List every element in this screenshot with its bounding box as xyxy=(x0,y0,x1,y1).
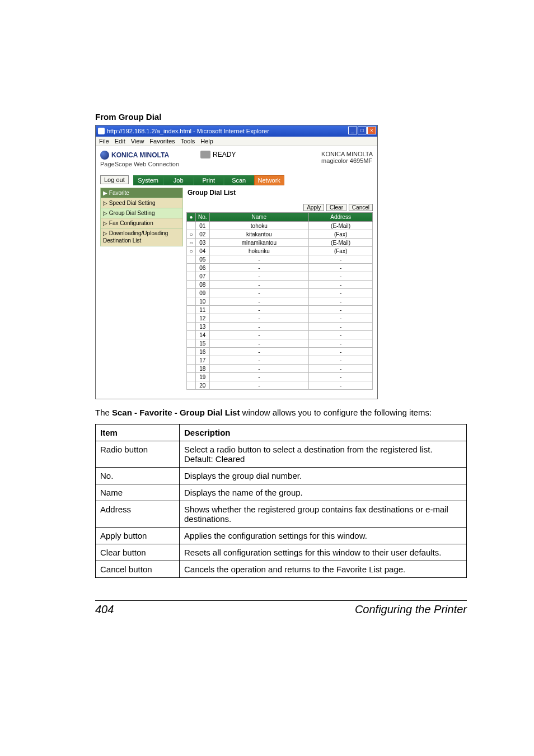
address-cell: - xyxy=(309,289,373,297)
address-cell: - xyxy=(309,323,373,331)
no-cell: 03 xyxy=(196,239,210,247)
window-title: http://192.168.1.2/a_index.html - Micros… xyxy=(107,128,269,134)
name-cell: - xyxy=(209,381,309,390)
minimize-button[interactable]: _ xyxy=(348,127,357,134)
table-row: 17-- xyxy=(187,356,373,365)
table-row: 08-- xyxy=(187,281,373,289)
radio-cell xyxy=(187,373,196,381)
th-name: Name xyxy=(209,213,309,222)
name-cell: - xyxy=(209,289,309,297)
title-bar: http://192.168.1.2/a_index.html - Micros… xyxy=(96,125,377,137)
clear-button[interactable]: Clear xyxy=(326,204,346,211)
sidebar-item-group-dial[interactable]: ▷ Group Dial Setting xyxy=(100,208,183,218)
address-cell: - xyxy=(309,348,373,356)
menu-view[interactable]: View xyxy=(131,138,144,144)
table-row: 05-- xyxy=(187,255,373,264)
no-cell: 04 xyxy=(196,247,210,255)
radio-cell[interactable]: ○ xyxy=(187,247,196,255)
radio-cell xyxy=(187,365,196,373)
cancel-button[interactable]: Cancel xyxy=(349,204,373,211)
no-cell: 18 xyxy=(196,365,210,373)
desc-row: Cancel buttonCancels the operation and r… xyxy=(96,561,467,577)
address-cell: - xyxy=(309,306,373,314)
address-cell: - xyxy=(309,373,373,381)
name-cell: tohoku xyxy=(209,222,309,230)
no-cell: 02 xyxy=(196,230,210,239)
address-cell: (E-Mail) xyxy=(309,222,373,230)
apply-button[interactable]: Apply xyxy=(303,204,324,211)
address-cell: - xyxy=(309,331,373,339)
name-cell: - xyxy=(209,264,309,272)
description-table: Item Description Radio buttonSelect a ra… xyxy=(95,424,467,578)
desc-description: Applies the configuration settings for t… xyxy=(180,527,467,544)
address-cell: - xyxy=(309,272,373,281)
desc-row: AddressShows whether the registered grou… xyxy=(96,501,467,527)
sidebar-item-speed-dial[interactable]: ▷ Speed Dial Setting xyxy=(100,198,183,208)
radio-cell xyxy=(187,272,196,281)
no-cell: 10 xyxy=(196,297,210,306)
address-cell: - xyxy=(309,297,373,306)
no-cell: 11 xyxy=(196,306,210,314)
th-radio: ● xyxy=(187,213,196,222)
menu-tools[interactable]: Tools xyxy=(181,138,195,144)
menu-bar: File Edit View Favorites Tools Help xyxy=(96,137,377,146)
tab-network[interactable]: Network xyxy=(254,175,284,185)
radio-cell[interactable]: ○ xyxy=(187,239,196,247)
menu-help[interactable]: Help xyxy=(200,138,213,144)
name-cell: - xyxy=(209,339,309,348)
name-cell: - xyxy=(209,331,309,339)
logout-button[interactable]: Log out xyxy=(100,175,129,184)
menu-edit[interactable]: Edit xyxy=(115,138,125,144)
device-model: magicolor 4695MF xyxy=(321,157,373,164)
th-no: No. xyxy=(196,213,210,222)
printer-icon xyxy=(200,151,210,158)
radio-cell xyxy=(187,381,196,390)
name-cell: - xyxy=(209,373,309,381)
table-row: 09-- xyxy=(187,289,373,297)
sidebar-item-download-upload[interactable]: ▷ Downloading/Uploading Destination List xyxy=(100,228,183,246)
menu-file[interactable]: File xyxy=(99,138,109,144)
no-cell: 17 xyxy=(196,356,210,365)
group-dial-table: ● No. Name Address 01tohoku(E-Mail)○02ki… xyxy=(186,212,373,390)
window-close-button[interactable]: × xyxy=(367,127,376,134)
no-cell: 16 xyxy=(196,348,210,356)
desc-row: NameDisplays the name of the group. xyxy=(96,484,467,501)
desc-th-description: Description xyxy=(180,424,467,441)
desc-description: Displays the group dial number. xyxy=(180,467,467,484)
table-row: 15-- xyxy=(187,339,373,348)
radio-cell xyxy=(187,297,196,306)
menu-favorites[interactable]: Favorites xyxy=(149,138,175,144)
tab-print[interactable]: Print xyxy=(194,175,224,185)
brand-text: KONICA MINOLTA xyxy=(111,151,169,159)
table-row: 16-- xyxy=(187,348,373,356)
desc-description: Select a radio button to select a destin… xyxy=(180,441,467,467)
desc-th-item: Item xyxy=(96,424,180,441)
sidebar-item-favorite[interactable]: ▶ Favorite xyxy=(100,188,183,198)
desc-item: Radio button xyxy=(96,441,180,467)
tab-scan[interactable]: Scan xyxy=(224,175,254,185)
radio-cell xyxy=(187,306,196,314)
footer-title: Configuring the Printer xyxy=(355,603,467,616)
desc-description: Displays the name of the group. xyxy=(180,484,467,501)
radio-cell xyxy=(187,289,196,297)
address-cell: - xyxy=(309,365,373,373)
table-row: 10-- xyxy=(187,297,373,306)
ie-flag-icon xyxy=(365,138,374,144)
desc-item: Clear button xyxy=(96,544,180,561)
radio-cell xyxy=(187,331,196,339)
radio-cell xyxy=(187,264,196,272)
radio-cell[interactable]: ○ xyxy=(187,230,196,239)
tab-job[interactable]: Job xyxy=(163,175,194,185)
table-row: 06-- xyxy=(187,264,373,272)
desc-description: Cancels the operation and returns to the… xyxy=(180,561,467,577)
name-cell: minamikantou xyxy=(209,239,309,247)
radio-cell xyxy=(187,222,196,230)
no-cell: 13 xyxy=(196,323,210,331)
name-cell: hokuriku xyxy=(209,247,309,255)
no-cell: 06 xyxy=(196,264,210,272)
tab-system[interactable]: System xyxy=(133,175,163,185)
radio-cell xyxy=(187,348,196,356)
address-cell: (Fax) xyxy=(309,230,373,239)
maximize-button[interactable]: □ xyxy=(358,127,367,134)
sidebar-item-fax-config[interactable]: ▷ Fax Configuration xyxy=(100,218,183,228)
